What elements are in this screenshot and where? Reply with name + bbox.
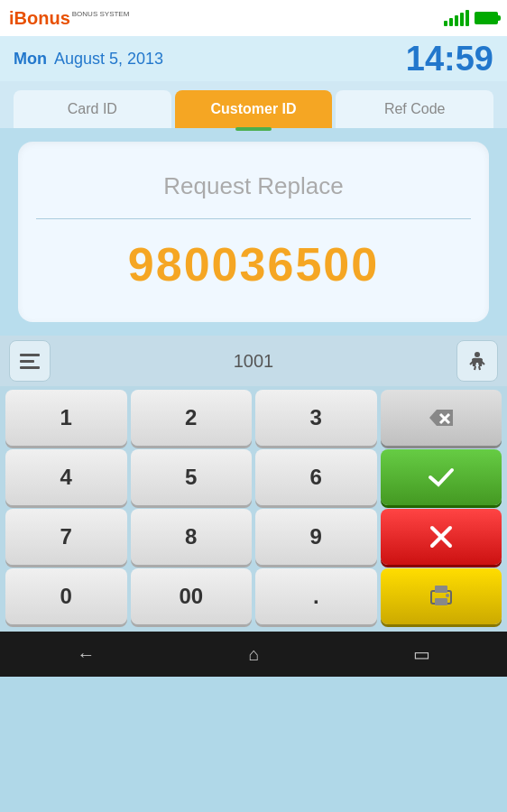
key-8[interactable]: 8 <box>131 509 253 565</box>
key-2[interactable]: 2 <box>131 390 253 446</box>
key-3[interactable]: 3 <box>255 390 377 446</box>
key-dot[interactable]: . <box>255 568 377 624</box>
action-bar: 1001 <box>0 336 507 386</box>
numpad: 1 2 3 4 5 6 7 8 9 0 <box>0 386 507 632</box>
key-4[interactable]: 4 <box>5 449 127 505</box>
key-00[interactable]: 00 <box>131 568 253 624</box>
svg-rect-12 <box>435 598 447 605</box>
key-backspace[interactable] <box>381 390 502 446</box>
tab-bar: Card ID Customer ID Ref Code <box>0 81 507 128</box>
time-display: 14:59 <box>406 40 493 78</box>
run-button[interactable] <box>456 340 498 382</box>
tab-card-id[interactable]: Card ID <box>14 90 171 128</box>
card-value: 980036500 <box>128 237 379 291</box>
run-icon <box>465 348 490 374</box>
status-icons <box>444 10 498 26</box>
back-button[interactable]: ← <box>59 637 113 672</box>
svg-line-4 <box>479 366 480 370</box>
tab-ref-code[interactable]: Ref Code <box>336 90 493 128</box>
list-button[interactable] <box>9 340 51 382</box>
card-divider <box>36 218 471 219</box>
key-cancel[interactable] <box>381 509 502 565</box>
svg-line-3 <box>475 366 475 370</box>
numpad-row-2: 4 5 6 <box>5 449 502 505</box>
key-confirm[interactable] <box>381 449 502 505</box>
recent-button[interactable]: ▭ <box>395 636 448 672</box>
cancel-icon <box>429 524 454 549</box>
key-9[interactable]: 9 <box>255 509 377 565</box>
numpad-row-1: 1 2 3 <box>5 390 502 446</box>
key-print[interactable] <box>381 568 502 624</box>
svg-rect-11 <box>435 586 447 593</box>
logo-text: iBonus <box>9 8 70 29</box>
logo-sub: BONUS SYSTEM <box>72 10 130 18</box>
key-6[interactable]: 6 <box>255 449 377 505</box>
key-5[interactable]: 5 <box>131 449 253 505</box>
numpad-row-3: 7 8 9 <box>5 509 502 565</box>
status-bar: iBonus BONUS SYSTEM <box>0 0 507 36</box>
backspace-icon <box>428 408 455 428</box>
numpad-row-4: 0 00 . <box>5 568 502 624</box>
nav-bar: ← ⌂ ▭ <box>0 632 507 677</box>
svg-point-0 <box>475 352 480 357</box>
key-7[interactable]: 7 <box>5 509 127 565</box>
main-area: Request Replace 980036500 <box>0 128 507 336</box>
confirm-icon <box>427 465 456 490</box>
action-number: 1001 <box>234 351 274 372</box>
home-button[interactable]: ⌂ <box>230 637 277 672</box>
print-icon <box>428 584 455 609</box>
tab-customer-id[interactable]: Customer ID <box>175 90 333 128</box>
datetime-bar: Mon August 5, 2013 14:59 <box>0 36 507 81</box>
app-logo: iBonus BONUS SYSTEM <box>9 8 129 29</box>
key-1[interactable]: 1 <box>5 390 127 446</box>
day-label: Mon <box>14 50 47 69</box>
battery-icon <box>475 12 498 24</box>
info-card: Request Replace 980036500 <box>18 142 489 322</box>
svg-point-13 <box>446 594 449 597</box>
card-title: Request Replace <box>163 172 343 200</box>
date-label: August 5, 2013 <box>54 50 163 69</box>
signal-icon <box>444 10 469 26</box>
key-0[interactable]: 0 <box>5 568 127 624</box>
list-icon <box>20 354 40 369</box>
